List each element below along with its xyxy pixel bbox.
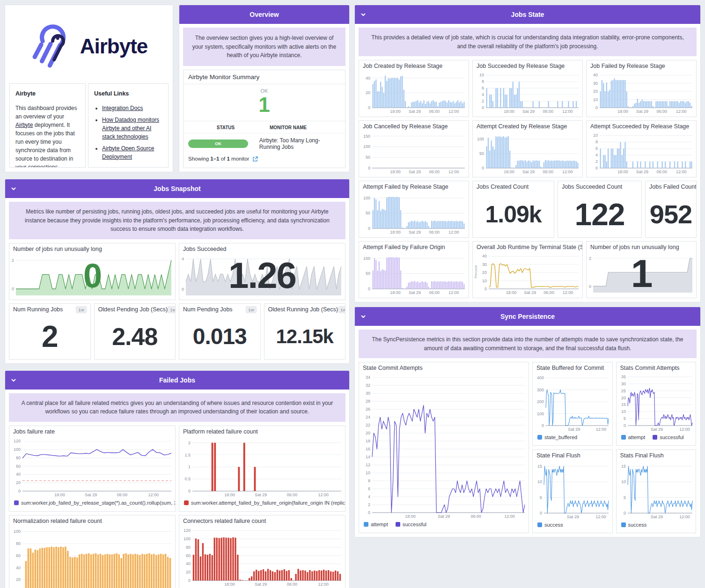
svg-text:06:00: 06:00 bbox=[543, 290, 554, 295]
chart-canvas[interactable]: 01020304018:00Sat 2906:0012:00 bbox=[587, 70, 696, 114]
panel-title: Platform related failure count bbox=[179, 426, 345, 436]
legend-item[interactable]: success bbox=[621, 522, 647, 528]
svg-text:1.5: 1.5 bbox=[184, 453, 191, 457]
svg-text:40: 40 bbox=[16, 566, 21, 570]
chart-canvas[interactable]: 0 02 bbox=[9, 253, 175, 298]
chart-legend: success bbox=[533, 520, 612, 530]
external-link-icon[interactable] bbox=[252, 156, 258, 162]
panel-job-cancelled-by-release-stage: Job Cancelled by Release Stage 050100150… bbox=[359, 120, 469, 177]
chart-canvas[interactable]: 024681012141618202224262830323418:00Sat … bbox=[359, 372, 529, 519]
failed-jobs-header: Failed Jobs bbox=[5, 371, 349, 390]
svg-text:0: 0 bbox=[368, 510, 370, 515]
svg-text:12:00: 12:00 bbox=[563, 290, 573, 295]
chart-canvas[interactable]: 024681018:00Sat 2906:0012:00 bbox=[587, 131, 696, 175]
svg-text:40: 40 bbox=[16, 472, 21, 477]
svg-text:12:00: 12:00 bbox=[676, 169, 687, 174]
monitor-name[interactable]: Airbyte: Too Many Long-Running Jobs bbox=[259, 137, 340, 150]
timeframe-badge: 1w bbox=[246, 306, 256, 313]
svg-text:40: 40 bbox=[366, 76, 370, 81]
legend-item[interactable]: sum:worker.attempt_failed_by_failure_ori… bbox=[184, 500, 345, 506]
panel-attempt-created-by-release-stage: Attempt Created by Release Stage 0501001… bbox=[472, 120, 583, 177]
chart-canvas[interactable]: 05010015018:00Sat 2906:0012:00 bbox=[359, 131, 469, 175]
panel-oldest-pending-job: Oldest Pending Job (Secs)1w 2.48 bbox=[94, 303, 176, 360]
query-value: 12.15k bbox=[264, 314, 345, 359]
svg-text:300: 300 bbox=[537, 388, 544, 392]
monitor-row[interactable]: OK Airbyte: Too Many Long-Running Jobs bbox=[184, 133, 345, 154]
svg-text:0: 0 bbox=[482, 166, 484, 170]
airbyte-link[interactable]: Airbyte bbox=[15, 122, 33, 128]
chart-canvas[interactable]: 02040608010012018:00Sat 2906:0012:00 bbox=[179, 525, 345, 587]
svg-text:06:00: 06:00 bbox=[543, 109, 553, 114]
svg-text:50: 50 bbox=[366, 155, 370, 160]
svg-text:40: 40 bbox=[593, 73, 598, 78]
legend-item[interactable]: attempt bbox=[364, 522, 388, 527]
legend-item[interactable]: successful bbox=[653, 434, 683, 440]
svg-text:12: 12 bbox=[366, 463, 370, 467]
svg-text:80: 80 bbox=[186, 545, 191, 550]
svg-text:06:00: 06:00 bbox=[656, 169, 667, 174]
panel-connectors-related-failure-count: Connectors related failure count 0204060… bbox=[179, 515, 345, 588]
chart-canvas[interactable]: 05010018:00Sat 2906:0012:00 bbox=[359, 191, 469, 235]
integration-docs-link[interactable]: Integration Docs bbox=[102, 105, 143, 111]
svg-text:2: 2 bbox=[482, 99, 484, 103]
chevron-down-icon[interactable] bbox=[360, 11, 367, 18]
overview-header: Overview bbox=[179, 5, 349, 24]
panel-attempt-succeeded-by-release-stage: Attempt Succeeded by Release Stage 02468… bbox=[586, 120, 697, 177]
query-value: 952 bbox=[646, 191, 696, 237]
chart-canvas[interactable]: 02040608010012018:00Sat 2906:0012:00 bbox=[9, 436, 175, 498]
list-item: How Datadog monitors Airbyte and other A… bbox=[102, 116, 162, 141]
svg-text:8: 8 bbox=[595, 140, 598, 145]
legend-item[interactable]: sum:worker.job_failed_by_release_stage(*… bbox=[14, 500, 175, 506]
chart-canvas[interactable]: 00.511.5218:00Sat 2906:0012:00 bbox=[179, 436, 345, 498]
chart-canvas[interactable]: 051015Sat 2912:00 bbox=[533, 460, 612, 520]
legend-item[interactable]: state_buffered bbox=[537, 434, 577, 440]
svg-text:20: 20 bbox=[482, 270, 487, 275]
sync-persistence-note: The SyncPersistence metrics in this sect… bbox=[359, 330, 697, 358]
chevron-down-icon[interactable] bbox=[360, 313, 367, 320]
status-column-header: STATUS bbox=[188, 125, 263, 130]
svg-text:Sat 29: Sat 29 bbox=[651, 427, 663, 432]
chart-canvas[interactable]: 0100200300400Sat 2912:00 bbox=[533, 372, 612, 432]
svg-text:30: 30 bbox=[593, 81, 598, 86]
open-source-deployment-link[interactable]: Airbyte Open Source Deployment bbox=[102, 145, 154, 160]
panel-title: Number of jobs run unusually long bbox=[587, 242, 696, 251]
svg-text:60: 60 bbox=[186, 553, 191, 558]
query-value: 1.09k bbox=[473, 191, 554, 237]
chart-canvas[interactable]: 05010018:00Sat 2906:0012:00 bbox=[473, 131, 582, 175]
monitor-table-header: STATUS MONITOR NAME bbox=[184, 121, 345, 133]
chart-canvas[interactable]: 05010018:00Sat 2906:0012:00 bbox=[359, 251, 469, 295]
legend-swatch-icon bbox=[537, 435, 542, 440]
chevron-down-icon[interactable] bbox=[10, 377, 17, 383]
status-badge: OK bbox=[188, 140, 248, 148]
svg-text:06:00: 06:00 bbox=[117, 492, 128, 497]
chart-legend: sum:worker.job_failed_by_release_stage(*… bbox=[9, 498, 175, 508]
panel-title: Job Created by Release Stage bbox=[359, 60, 469, 70]
chart-canvas[interactable]: 0204018:00Sat 2906:0012:00 bbox=[359, 70, 469, 114]
svg-text:Sat 29: Sat 29 bbox=[567, 514, 579, 519]
svg-text:Sat 29: Sat 29 bbox=[409, 230, 421, 235]
chart-canvas[interactable]: 05101520253035Sat 2912:00 bbox=[617, 372, 696, 432]
svg-text:100: 100 bbox=[14, 529, 21, 534]
svg-text:0: 0 bbox=[623, 423, 625, 428]
chart-canvas[interactable]: 024681018:00Sat 2906:0012:00 bbox=[473, 70, 582, 114]
panel-job-failed-by-release-stage: Job Failed by Release Stage 01020304018:… bbox=[586, 60, 697, 117]
monitor-ok-block: OK 1 bbox=[184, 84, 345, 121]
svg-text:120: 120 bbox=[184, 528, 191, 533]
chart-canvas[interactable]: 01020304018:00Sat 2906:0012:00Percent bbox=[473, 251, 582, 295]
svg-text:8: 8 bbox=[368, 478, 370, 483]
legend-item[interactable]: successful bbox=[396, 522, 426, 527]
chart-canvas[interactable]: 1.26 04 bbox=[179, 253, 345, 298]
chart-canvas[interactable]: 1 02 bbox=[587, 251, 696, 295]
svg-text:12:00: 12:00 bbox=[676, 109, 687, 114]
legend-item[interactable]: attempt bbox=[621, 434, 646, 440]
svg-text:0.5: 0.5 bbox=[184, 477, 191, 481]
chart-canvas[interactable]: 051015Sat 2912:00 bbox=[617, 460, 696, 520]
chart-canvas[interactable]: 02040608010018:00Sat 2906:0012:00 bbox=[9, 525, 175, 588]
svg-text:16: 16 bbox=[366, 447, 370, 451]
legend-swatch-icon bbox=[184, 500, 189, 505]
legend-item[interactable]: success bbox=[537, 522, 563, 528]
chevron-down-icon[interactable] bbox=[10, 185, 17, 192]
datadog-monitors-link[interactable]: How Datadog monitors Airbyte and other A… bbox=[102, 117, 159, 140]
svg-text:0: 0 bbox=[485, 287, 487, 291]
svg-text:10: 10 bbox=[537, 480, 542, 485]
